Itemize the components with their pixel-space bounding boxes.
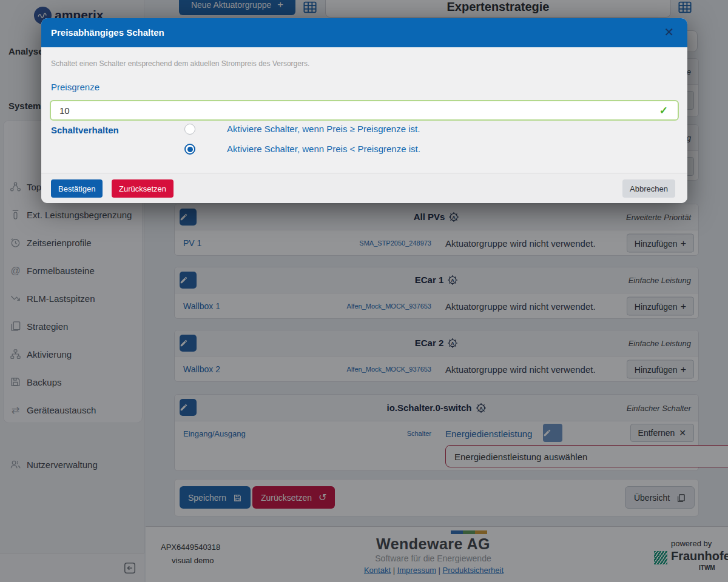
close-icon[interactable]: ✕	[662, 25, 676, 39]
valid-check-icon: ✓	[659, 104, 668, 117]
radio-label-gte[interactable]: Aktiviere Schalter, wenn Preis ≥ Preisgr…	[227, 124, 420, 134]
price-limit-label: Preisgrenze	[51, 82, 99, 92]
price-limit-input[interactable]	[50, 100, 679, 121]
dialog-description: Schaltet einen Schalter entsprechend dem…	[51, 59, 309, 68]
reset-button[interactable]: Zurücksetzen	[112, 179, 174, 198]
confirm-button[interactable]: Bestätigen	[51, 179, 103, 198]
radio-label-lt[interactable]: Aktiviere Schalter, wenn Preis < Preisgr…	[227, 144, 420, 154]
dialog-header: Preisabhängiges Schalten ✕	[41, 18, 687, 47]
price-switching-dialog: Preisabhängiges Schalten ✕ Schaltet eine…	[41, 18, 687, 203]
dialog-title: Preisabhängiges Schalten	[51, 27, 164, 38]
radio-unselected[interactable]	[184, 124, 195, 135]
radio-selected[interactable]	[184, 144, 195, 155]
dialog-footer: Bestätigen Zurücksetzen Abbrechen	[41, 173, 687, 203]
switch-behavior-label: Schaltverhalten	[51, 125, 119, 135]
cancel-button[interactable]: Abbrechen	[622, 179, 675, 198]
